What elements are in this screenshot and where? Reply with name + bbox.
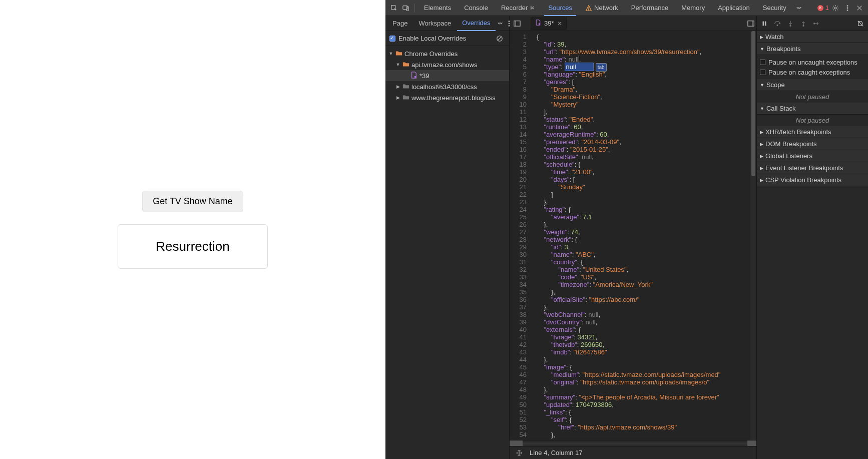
horizontal-scrollbar[interactable]: [510, 440, 756, 446]
nav-tab-overrides[interactable]: Overrides: [457, 16, 495, 31]
tab-sources[interactable]: Sources: [542, 0, 578, 16]
enable-overrides-row: Enable Local Overrides: [385, 31, 509, 46]
code-line: "webChannel": null,: [537, 311, 720, 318]
pause-uncaught-checkbox-row[interactable]: Pause on uncaught exceptions: [760, 57, 865, 67]
tree-localhost[interactable]: ▶ localhost%3A3000/css: [385, 81, 509, 92]
result-card: Resurrection: [118, 224, 268, 269]
tab-performance[interactable]: Performance: [625, 0, 674, 16]
debugger-toolbar: [757, 16, 868, 31]
code-line: },: [537, 288, 720, 296]
code-line: "language": "English",: [537, 71, 720, 78]
tree-domain[interactable]: ▼ api.tvmaze.com/shows: [385, 59, 509, 70]
section-csp[interactable]: ▶CSP Violation Breakpoints: [757, 174, 868, 186]
tab-elements[interactable]: Elements: [418, 0, 457, 16]
tree-root[interactable]: ▼ Chrome Overrides: [385, 48, 509, 59]
editor-tab-label: 39*: [544, 20, 554, 27]
code-line: "href": "https://api.tvmaze.com/shows/39…: [537, 423, 720, 431]
error-badge[interactable]: 1: [817, 4, 829, 12]
nav-more-tabs-icon[interactable]: [497, 18, 504, 29]
code-line: "rating": {: [537, 206, 720, 213]
tab-recorder[interactable]: Recorder: [495, 0, 541, 16]
enable-overrides-checkbox[interactable]: [389, 36, 395, 42]
nav-tab-page[interactable]: Page: [387, 16, 412, 31]
code-line: "id": 39,: [537, 41, 720, 48]
pause-caught-checkbox[interactable]: [760, 70, 765, 75]
code-editor[interactable]: 1234567891011121314151617181920212223242…: [510, 31, 756, 440]
code-line: {: [537, 33, 720, 41]
section-watch[interactable]: ▶Watch: [757, 31, 868, 43]
folder-icon: [402, 94, 409, 102]
code-line: "days": [: [537, 176, 720, 183]
tab-security[interactable]: Security: [757, 0, 792, 16]
code-line: "tvrage": 34321,: [537, 333, 720, 341]
code-line: "type": nulltab: [537, 63, 720, 71]
code-line: "genres": [: [537, 78, 720, 86]
pause-uncaught-checkbox[interactable]: [760, 60, 765, 65]
file-modified-dot-icon: [535, 20, 541, 27]
code-line: "averageRuntime": 60,: [537, 131, 720, 138]
coverage-icon[interactable]: [514, 447, 525, 458]
code-line: "network": {: [537, 236, 720, 243]
inspect-icon[interactable]: [388, 3, 399, 14]
result-text: Resurrection: [156, 239, 229, 254]
editor-tab[interactable]: 39* ✕: [531, 18, 567, 30]
close-devtools-icon[interactable]: [854, 3, 865, 14]
code-line: "self": {: [537, 416, 720, 423]
navigator-tabs: Page Workspace Overrides: [385, 16, 509, 31]
section-scope[interactable]: ▼Scope: [757, 79, 868, 91]
tab-console[interactable]: Console: [458, 0, 494, 16]
close-tab-icon[interactable]: ✕: [557, 20, 562, 27]
pause-caught-checkbox-row[interactable]: Pause on caught exceptions: [760, 67, 865, 77]
clear-overrides-icon[interactable]: [494, 33, 505, 44]
svg-rect-20: [765, 21, 766, 26]
step-into-icon[interactable]: [785, 18, 796, 29]
code-line: "url": "https://www.tvmaze.com/shows/39/…: [537, 48, 720, 56]
code-line: "Drama",: [537, 86, 720, 93]
tree-greenreport[interactable]: ▶ www.thegreenreport.blog/css: [385, 92, 509, 103]
code-line: "code": "US",: [537, 273, 720, 281]
svg-point-16: [539, 23, 540, 25]
code-line: "Mystery": [537, 101, 720, 108]
svg-point-7: [847, 8, 848, 9]
toggle-debugger-icon[interactable]: [745, 18, 756, 29]
step-icon[interactable]: [811, 18, 822, 29]
section-breakpoints[interactable]: ▼Breakpoints: [757, 43, 868, 55]
section-global[interactable]: ▶Global Listeners: [757, 150, 868, 162]
code-line: },: [537, 303, 720, 311]
code-line: "original": "https://static.tvmaze.com/u…: [537, 378, 720, 386]
code-line: "name": "United States",: [537, 266, 720, 273]
tree-override-label: *39: [419, 72, 429, 80]
settings-icon[interactable]: [830, 3, 841, 14]
code-line: "medium": "https://static.tvmaze.com/upl…: [537, 371, 720, 378]
svg-rect-14: [514, 21, 520, 26]
section-event[interactable]: ▶Event Listener Breakpoints: [757, 162, 868, 174]
code-line: },: [537, 386, 720, 393]
code-line: "name": null​,: [537, 56, 720, 63]
svg-point-8: [847, 10, 848, 11]
section-callstack[interactable]: ▼Call Stack: [757, 103, 868, 115]
editor-statusbar: Line 4, Column 17: [510, 446, 756, 459]
vertical-scrollbar[interactable]: [750, 31, 756, 440]
code-line: "country": {: [537, 258, 720, 266]
code-line: "summary": "<p>The people of Arcadia, Mi…: [537, 393, 720, 401]
code-line: "_links": {: [537, 408, 720, 416]
tab-application[interactable]: Application: [712, 0, 756, 16]
device-toggle-icon[interactable]: [400, 3, 411, 14]
section-dom[interactable]: ▶DOM Breakpoints: [757, 138, 868, 150]
section-xhr[interactable]: ▶XHR/fetch Breakpoints: [757, 126, 868, 138]
tab-network[interactable]: Network: [579, 0, 624, 16]
step-over-icon[interactable]: [772, 18, 783, 29]
toggle-navigator-icon[interactable]: [512, 18, 523, 29]
tree-override-file[interactable]: *39: [385, 70, 509, 81]
pause-resume-icon[interactable]: [759, 18, 770, 29]
code-line: "schedule": {: [537, 161, 720, 168]
folder-icon: [395, 50, 402, 58]
tree-greenreport-label: www.thegreenreport.blog/css: [411, 94, 496, 102]
more-tabs-icon[interactable]: [793, 3, 804, 14]
kebab-icon[interactable]: [842, 3, 853, 14]
step-out-icon[interactable]: [798, 18, 809, 29]
get-show-button[interactable]: Get TV Show Name: [142, 191, 243, 212]
tab-memory[interactable]: Memory: [675, 0, 711, 16]
deactivate-breakpoints-icon[interactable]: [855, 18, 866, 29]
nav-tab-workspace[interactable]: Workspace: [413, 16, 456, 31]
